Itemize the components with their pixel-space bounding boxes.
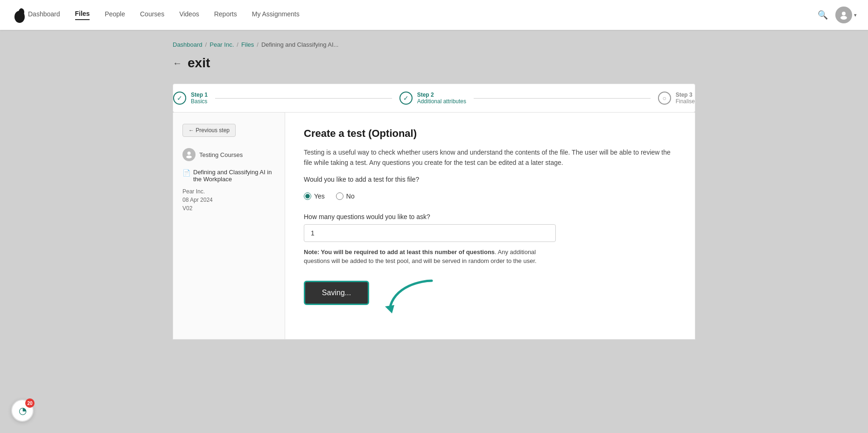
step-3-number: Step 3 xyxy=(676,92,695,98)
exit-header: ← exit xyxy=(173,56,695,71)
radio-yes-text: Yes xyxy=(314,192,325,200)
panel-question: Would you like to add a test for this fi… xyxy=(304,176,676,183)
breadcrumb-current: Defining and Classifying AI... xyxy=(261,41,338,48)
sidebar-user: Testing Courses xyxy=(182,148,275,161)
test-radio-group: Yes No xyxy=(304,192,676,200)
svg-point-6 xyxy=(186,156,192,158)
step-3[interactable]: ○ Step 3 Finalise xyxy=(658,92,695,105)
step-2[interactable]: ✓ Step 2 Additional attributes xyxy=(399,92,466,105)
step-3-name: Finalise xyxy=(676,98,695,105)
step-3-labels: Step 3 Finalise xyxy=(676,92,695,105)
step-1-labels: Step 1 Basics xyxy=(191,92,208,105)
notification-count: 20 xyxy=(25,398,35,408)
step-1-name: Basics xyxy=(191,98,208,105)
breadcrumb-sep-3: / xyxy=(257,41,259,48)
sidebar-version: V02 xyxy=(182,205,275,212)
radio-no-input[interactable] xyxy=(336,192,343,200)
app-logo xyxy=(11,7,28,23)
questions-note: Note: You will be required to add at lea… xyxy=(304,248,556,266)
stepper: ✓ Step 1 Basics ✓ Step 2 Additional attr… xyxy=(173,84,695,113)
file-icon: 📄 xyxy=(182,169,190,177)
radio-no-text: No xyxy=(346,192,355,200)
chevron-down-icon: ▾ xyxy=(854,12,857,18)
nav-reports[interactable]: Reports xyxy=(214,10,237,20)
step-2-icon: ✓ xyxy=(399,92,413,105)
saving-button[interactable]: Saving... xyxy=(304,281,369,305)
breadcrumb-files[interactable]: Files xyxy=(241,41,254,48)
sidebar-file: 📄 Defining and Classifying AI in the Wor… xyxy=(182,169,275,183)
sidebar-user-name: Testing Courses xyxy=(199,151,243,158)
step-divider-1 xyxy=(215,98,392,99)
step-1-number: Step 1 xyxy=(191,92,208,98)
svg-marker-7 xyxy=(385,305,394,313)
previous-step-button[interactable]: ← Previous step xyxy=(182,124,236,137)
main-content: Dashboard / Pear Inc. / Files / Defining… xyxy=(154,30,714,351)
sidebar-org: Pear Inc. xyxy=(182,188,275,195)
svg-point-1 xyxy=(19,8,24,16)
sidebar-file-name: Defining and Classifying AI in the Workp… xyxy=(193,169,275,183)
nav-right: 🔍 ▾ xyxy=(818,7,857,23)
questions-note-bold: Note: You will be required to add at lea… xyxy=(304,248,495,256)
back-arrow[interactable]: ← xyxy=(173,58,182,69)
nav-links: Dashboard Files People Courses Videos Re… xyxy=(28,10,818,20)
notification-badge[interactable]: ◔ 20 xyxy=(11,399,34,422)
sidebar-panel: ← Previous step Testing Courses 📄 Defini… xyxy=(173,113,285,339)
search-button[interactable]: 🔍 xyxy=(818,10,828,20)
nav-my-assignments[interactable]: My Assignments xyxy=(252,10,300,20)
nav-courses[interactable]: Courses xyxy=(140,10,164,20)
panel-description: Testing is a useful way to check whether… xyxy=(304,147,676,168)
questions-label: How many questions would you like to ask… xyxy=(304,213,676,220)
step-1[interactable]: ✓ Step 1 Basics xyxy=(173,92,208,105)
svg-point-5 xyxy=(188,152,191,155)
breadcrumb-sep-1: / xyxy=(205,41,207,48)
nav-dashboard[interactable]: Dashboard xyxy=(28,10,60,20)
avatar xyxy=(835,7,852,23)
panel-title: Create a test (Optional) xyxy=(304,128,676,140)
nav-files[interactable]: Files xyxy=(75,10,90,20)
svg-point-3 xyxy=(842,12,846,15)
sidebar-user-icon xyxy=(182,148,196,161)
radio-yes-label[interactable]: Yes xyxy=(304,192,325,200)
page-title: exit xyxy=(188,56,210,71)
svg-point-4 xyxy=(840,16,847,20)
questions-input[interactable] xyxy=(304,224,556,242)
arrow-indicator xyxy=(380,276,436,324)
step-3-icon: ○ xyxy=(658,92,671,105)
radio-yes-input[interactable] xyxy=(304,192,311,200)
breadcrumb-sep-2: / xyxy=(237,41,238,48)
notification-icon: ◔ xyxy=(19,405,27,416)
nav-videos[interactable]: Videos xyxy=(179,10,199,20)
radio-no-label[interactable]: No xyxy=(336,192,355,200)
sidebar-date: 08 Apr 2024 xyxy=(182,197,275,203)
step-divider-2 xyxy=(474,98,651,99)
save-area: Saving... xyxy=(304,281,676,324)
two-col-layout: ← Previous step Testing Courses 📄 Defini… xyxy=(173,113,695,340)
step-2-name: Additional attributes xyxy=(417,98,466,105)
breadcrumb-dashboard[interactable]: Dashboard xyxy=(173,41,203,48)
step-1-icon: ✓ xyxy=(173,92,186,105)
breadcrumb: Dashboard / Pear Inc. / Files / Defining… xyxy=(173,41,695,48)
step-2-number: Step 2 xyxy=(417,92,466,98)
top-navigation: Dashboard Files People Courses Videos Re… xyxy=(0,0,868,30)
user-avatar-area[interactable]: ▾ xyxy=(835,7,857,23)
breadcrumb-org[interactable]: Pear Inc. xyxy=(210,41,234,48)
nav-people[interactable]: People xyxy=(105,10,125,20)
step-2-labels: Step 2 Additional attributes xyxy=(417,92,466,105)
main-panel: Create a test (Optional) Testing is a us… xyxy=(285,113,695,339)
